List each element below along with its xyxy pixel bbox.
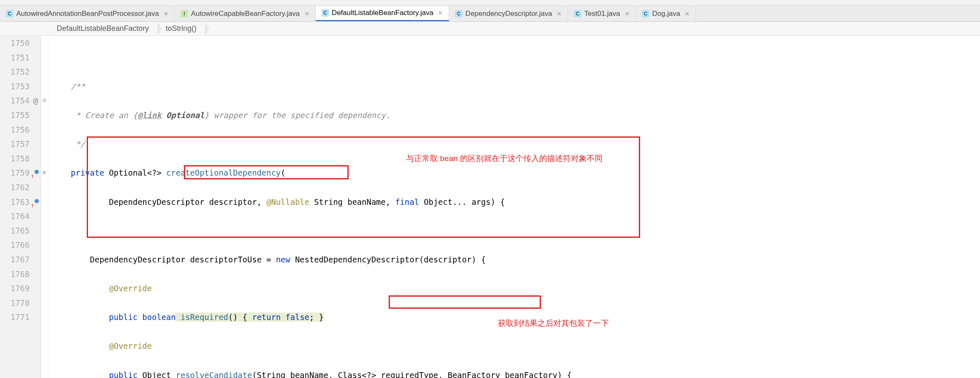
java-class-icon: C [455,10,462,18]
code-line[interactable] [52,224,980,238]
line-number: 1770 [0,296,30,310]
code-line[interactable] [52,50,980,65]
code-line[interactable]: public Object resolveCandidate(String be… [52,368,980,378]
close-icon[interactable]: ✕ [163,10,168,17]
tab-dog[interactable]: C Dog.java ✕ [636,6,696,21]
close-icon[interactable]: ✕ [304,10,309,17]
java-class-icon: C [574,10,581,18]
java-class-icon: C [6,10,13,18]
annotation-note-1: 与正常取 bean 的区别就在于这个传入的描述符对象不同 [406,151,603,166]
tab-test01[interactable]: C Test01.java ✕ [568,6,636,21]
java-interface-icon: I [181,10,188,18]
override-marker-icon[interactable] [35,170,39,174]
fold-toggle-icon[interactable]: ⊟ [41,93,48,108]
line-number: 1759↑ [0,166,30,180]
line-number: 1751 [0,50,30,65]
line-number: 1756 [0,123,30,137]
tab-label: DependencyDescriptor.java [465,10,552,18]
up-arrow-icon: ↑ [31,169,34,184]
tab-label: AutowireCapableBeanFactory.java [191,10,300,18]
close-icon[interactable]: ✕ [625,10,630,17]
editor-area: 1750 1751 1752 1753 1754@ 1755 1756 1757… [0,36,980,378]
line-number: 1767 [0,252,30,267]
line-number: 1764 [0,209,30,224]
line-number: 1755 [0,108,30,123]
code-line[interactable]: DependencyDescriptor descriptor, @Nullab… [52,195,980,209]
code-line[interactable]: */ [52,137,980,151]
structure-breadcrumb: DefaultListableBeanFactory toString() [0,22,980,36]
line-number: 1758 [0,151,30,166]
gutter[interactable]: 1750 1751 1752 1753 1754@ 1755 1756 1757… [0,36,41,378]
line-number: 1754@ [0,93,30,108]
fold-margin[interactable]: ⊟ ⊞ [41,36,48,378]
line-number: 1753 [0,79,30,94]
breadcrumb-top [0,0,980,6]
line-number: 1766 [0,238,30,252]
line-number: 1768 [0,267,30,282]
up-arrow-icon: ↑ [31,198,34,213]
line-number: 1769 [0,281,30,296]
java-class-icon: C [642,10,649,18]
tab-label: AutowiredAnnotationBeanPostProcessor.jav… [16,10,159,18]
editor-tabs: C AutowiredAnnotationBeanPostProcessor.j… [0,6,980,22]
highlight-box-ofnullable [389,295,541,309]
line-number: 1763↑ [0,195,30,209]
close-icon[interactable]: ✕ [685,10,690,17]
code-line[interactable]: private Optional<?> createOptionalDepend… [52,166,980,180]
tab-dependency-descriptor[interactable]: C DependencyDescriptor.java ✕ [449,6,568,21]
code-line[interactable]: @Override [52,281,980,296]
crumb-method[interactable]: toString() [157,22,205,35]
close-icon[interactable]: ✕ [557,10,562,17]
tab-default-listable[interactable]: C DefaultListableBeanFactory.java ✕ [316,6,450,21]
code-line[interactable]: /** [52,79,980,94]
java-class-icon: C [322,9,329,17]
line-number: 1752 [0,65,30,79]
line-number: 1771 [0,310,30,325]
annotation-note-2: 获取到结果之后对其包装了一下 [498,316,609,331]
tab-label: Test01.java [584,10,620,18]
fold-toggle-icon[interactable]: ⊞ [41,166,48,180]
code-editor[interactable]: /** * Create an {@link Optional} wrapper… [48,36,980,378]
override-marker-icon[interactable] [35,199,39,203]
tab-autowire-capable[interactable]: I AutowireCapableBeanFactory.java ✕ [175,6,316,21]
crumb-class[interactable]: DefaultListableBeanFactory [48,22,157,35]
tab-label: DefaultListableBeanFactory.java [332,9,434,17]
line-number: 1765 [0,224,30,238]
line-number: 1762 [0,180,30,195]
close-icon[interactable]: ✕ [438,10,443,16]
code-line[interactable]: @Override [52,339,980,353]
tab-label: Dog.java [652,10,680,18]
code-line[interactable]: DependencyDescriptor descriptorToUse = n… [52,252,980,267]
line-number: 1750 [0,36,30,50]
tab-autowired-annotation[interactable]: C AutowiredAnnotationBeanPostProcessor.j… [0,6,175,21]
line-number: 1757 [0,137,30,151]
code-line[interactable]: * Create an {@link Optional} wrapper for… [52,108,980,123]
